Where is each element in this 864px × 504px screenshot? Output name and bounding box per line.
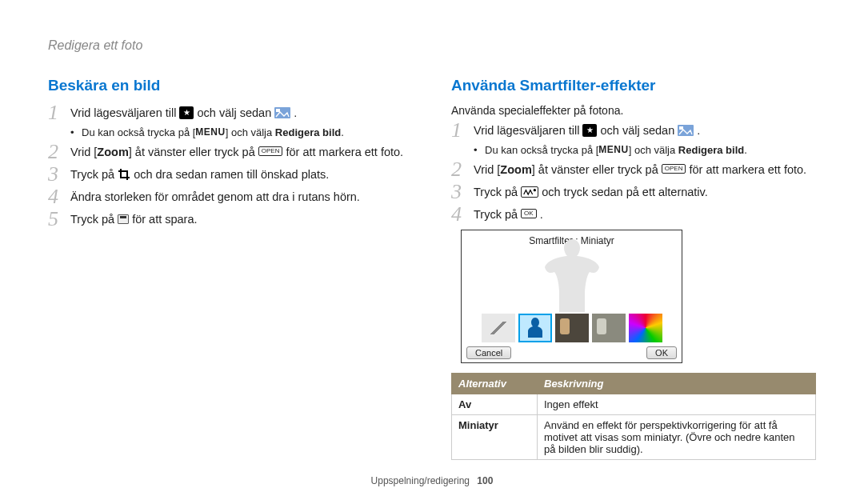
opt-av: Av [452,394,538,415]
ok-button-icon: OK [521,209,537,218]
text: Ändra storleken för området genom att dr… [70,188,408,206]
crop-icon [118,168,130,181]
thumb-vignette [555,314,589,342]
crop-step-4: 4 Ändra storleken för området genom att … [48,188,408,206]
footer-section: Uppspelning/redigering [371,475,470,486]
page-footer: Uppspelning/redigering 100 [0,475,864,486]
text: ] åt vänster eller tryck på [129,146,258,158]
crop-step-2: 2 Vrid [Zoom] åt vänster eller tryck på … [48,143,408,161]
crop-step-5: 5 Tryck på för att spara. [48,210,408,228]
menu-icon: MENU [598,144,628,155]
text: ] åt vänster eller tryck på [532,163,662,176]
text: Tryck på [70,168,118,181]
step-number: 1 [451,122,474,139]
text: Tryck på [474,208,521,221]
text: för att spara. [132,213,197,226]
sf-step-3: 3 Tryck på och tryck sedan på ett altern… [451,183,816,201]
sf-step-1-note: Du kan också trycka på [MENU] och välja … [451,144,816,156]
options-table: Alternativ Beskrivning Av Ingen effekt M… [451,373,816,460]
crop-step-1: 1 Vrid lägesväljaren till ★ och välj sed… [48,104,408,122]
text: Vrid lägesväljaren till [70,106,179,119]
step-number: 1 [48,104,70,122]
text: för att markera ett foto. [689,163,806,176]
mode-dial-icon: ★ [582,124,597,137]
text: Vrid [ [474,163,500,176]
thumb-miniature-selected [518,314,552,342]
text: . [294,106,297,119]
heading-crop: Beskära en bild [48,77,408,94]
sf-step-4: 4 Tryck på OK . [451,206,816,223]
page-subtitle: Redigera ett foto [48,38,816,53]
camera-preview: Smartfilter : Miniatyr Cancel [461,230,682,363]
photo-edit-icon [274,107,290,118]
text: . [341,126,344,138]
text-bold: Zoom [97,146,128,158]
th-beskrivning: Beskrivning [538,374,816,394]
thumb-strip [470,313,674,343]
preview-cancel-button[interactable]: Cancel [466,346,511,359]
text: Vrid lägesväljaren till [474,124,582,137]
text: Tryck på [70,213,118,226]
svg-rect-3 [679,126,683,130]
step-number: 4 [48,188,70,206]
text: . [540,208,543,221]
effect-icon [521,186,538,198]
text: och dra sedan ramen till önskad plats. [134,168,329,181]
text: och välj sedan [198,106,275,119]
opt-av-desc: Ingen effekt [538,394,816,415]
text-bold: Zoom [500,163,531,176]
text-bold: Redigera bild [678,144,744,156]
open-button-icon: OPEN [662,164,686,174]
preview-ok-button[interactable]: OK [646,346,677,359]
opt-mini: Miniatyr [452,415,538,460]
text: och välj sedan [601,124,678,137]
text-bold: Redigera bild [275,126,341,138]
thumb-mono [592,314,626,342]
text: . [744,144,747,156]
step-number: 4 [451,206,474,223]
text: ] och välja [629,144,678,156]
step-number: 3 [451,183,474,201]
photo-edit-icon [678,125,694,136]
text: för att markera ett foto. [286,146,403,158]
step-number: 5 [48,210,70,228]
step-number: 2 [48,143,70,161]
smartfilter-intro: Använda specialeffekter på fotona. [451,104,816,117]
step-number: 2 [451,161,474,178]
crop-step-1-note: Du kan också trycka på [MENU] och välja … [48,126,408,138]
crop-step-3: 3 Tryck på och dra sedan ramen till önsk… [48,166,408,183]
thumb-off [482,314,515,342]
footer-page: 100 [477,475,493,486]
text: Vrid [ [70,146,97,158]
thumb-color [629,314,662,342]
text: och tryck sedan på ett alternativ. [542,186,708,198]
opt-mini-desc: Använd en effekt för perspektivkorrigeri… [538,415,816,460]
text: Du kan också trycka på [ [485,144,598,156]
text: . [697,124,700,137]
th-alternativ: Alternativ [452,374,538,394]
text: Tryck på [474,186,521,198]
table-row: Av Ingen effekt [452,394,816,415]
save-icon [118,214,129,224]
text: ] och välja [226,126,275,138]
svg-rect-1 [276,109,280,112]
step-number: 3 [48,166,70,183]
sf-step-1: 1 Vrid lägesväljaren till ★ och välj sed… [451,122,816,139]
mode-dial-icon: ★ [179,106,194,119]
table-row: Miniatyr Använd en effekt för perspektiv… [452,415,816,460]
sf-step-2: 2 Vrid [Zoom] åt vänster eller tryck på … [451,161,816,178]
svg-point-4 [534,189,536,191]
menu-icon: MENU [195,126,225,138]
text: Du kan också trycka på [ [82,126,195,138]
heading-smartfilter: Använda Smartfilter-effekter [451,77,816,94]
open-button-icon: OPEN [258,146,283,156]
